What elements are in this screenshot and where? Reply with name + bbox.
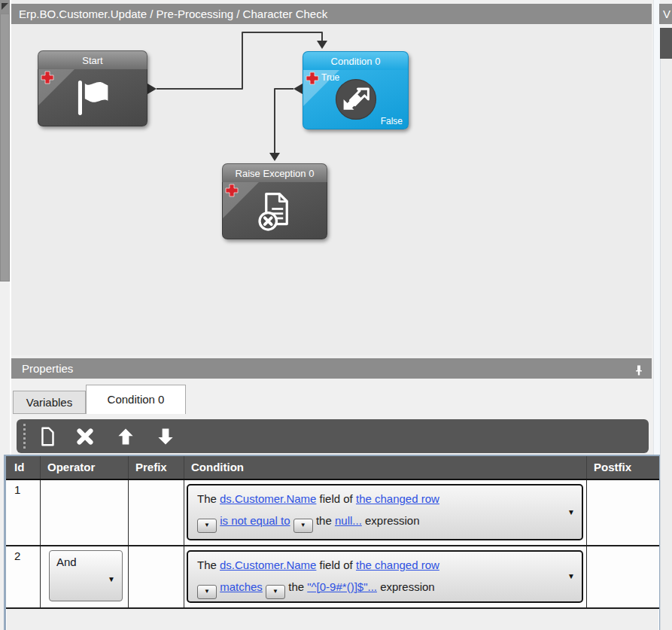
field-link[interactable]: ds.Customer.Name: [220, 492, 316, 505]
new-row-button[interactable]: [35, 424, 60, 449]
move-down-button[interactable]: [153, 424, 178, 449]
changed-row-link[interactable]: the changed row: [356, 558, 439, 571]
workflow-breadcrumb-title: Erp.BO.Customer.Update / Pre-Processing …: [11, 4, 652, 24]
comparison-operator-link[interactable]: is not equal to: [220, 514, 290, 527]
value-link[interactable]: null...: [335, 514, 362, 527]
right-panel-toolbar-edge: [660, 28, 672, 59]
operator-picker-button[interactable]: ▼: [197, 519, 217, 533]
false-branch-label: False: [381, 116, 403, 126]
tab-condition-0[interactable]: Condition 0: [86, 385, 186, 414]
header-condition[interactable]: Condition: [184, 456, 587, 479]
static-text: field of: [320, 558, 353, 571]
right-panel-title: V: [659, 4, 672, 24]
postfix-cell: [587, 546, 659, 607]
tab-variables[interactable]: Variables: [13, 391, 86, 414]
toolbar-grip-handle[interactable]: [23, 424, 26, 449]
static-text: the: [288, 580, 304, 593]
caret-down-icon: ▼: [300, 522, 306, 528]
postfix-cell: [587, 480, 659, 545]
properties-title: Properties: [22, 362, 73, 375]
operator-dropdown[interactable]: And ▼: [49, 550, 123, 601]
collapse-arrow-icon: [2, 3, 8, 10]
operator-picker-button[interactable]: ▼: [197, 585, 217, 599]
arrow-up-icon: [115, 426, 136, 447]
grid-header-row: Id Operator Prefix Condition Postfix: [6, 456, 659, 480]
caret-down-icon: ▼: [567, 508, 575, 516]
static-text: expression: [380, 580, 435, 593]
operator-cell: [41, 480, 129, 545]
static-text: the: [316, 514, 332, 527]
caret-down-icon: ▼: [204, 588, 210, 595]
workflow-canvas[interactable]: Start Condition 0: [11, 24, 652, 355]
node-start-title: Start: [38, 50, 147, 69]
caret-down-icon: ▼: [272, 588, 278, 595]
bpm-designer-window: Erp.BO.Customer.Update / Pre-Processing …: [0, 0, 672, 630]
node-condition-title: Condition 0: [303, 51, 409, 70]
condition-expression-editor[interactable]: The ds.Customer.Name field of the change…: [187, 484, 583, 540]
changed-row-link[interactable]: the changed row: [356, 492, 439, 505]
header-operator[interactable]: Operator: [41, 456, 129, 479]
static-text: field of: [320, 492, 353, 505]
caret-down-icon: ▼: [108, 575, 115, 583]
left-scrollbar-thumb[interactable]: [0, 14, 10, 282]
node-condition[interactable]: Condition 0 True False: [303, 51, 409, 129]
value-picker-button[interactable]: ▼: [266, 585, 285, 599]
condition-row: 2 And ▼ The ds.Customer.Name fi: [6, 546, 659, 609]
move-up-button[interactable]: [113, 424, 138, 449]
header-postfix[interactable]: Postfix: [587, 456, 659, 479]
caret-down-icon: ▼: [204, 522, 210, 528]
node-raise-exception[interactable]: Raise Exception 0: [222, 163, 327, 239]
right-panel-body: [660, 59, 672, 630]
collapse-arrow-button[interactable]: [0, 0, 10, 14]
comparison-operator-link[interactable]: matches: [220, 580, 263, 593]
operator-value: And: [56, 555, 77, 568]
regex-value-link[interactable]: "^[0-9#*()]$"...: [307, 580, 377, 593]
flag-icon: [38, 69, 147, 126]
value-picker-button[interactable]: ▼: [293, 519, 313, 533]
properties-panel-header: Properties: [11, 358, 652, 379]
delete-x-icon: [74, 425, 96, 448]
condition-expression-editor[interactable]: The ds.Customer.Name field of the change…: [187, 550, 583, 603]
node-start[interactable]: Start: [38, 50, 147, 126]
exception-document-icon: [223, 182, 327, 239]
condition-grid: Id Operator Prefix Condition Postfix 1 T…: [4, 455, 661, 630]
static-text: expression: [365, 514, 420, 527]
prefix-cell: [129, 546, 184, 607]
condition-row: 1 The ds.Customer.Name field of the chan…: [6, 480, 659, 546]
row-id: 1: [6, 480, 40, 496]
prefix-cell: [129, 480, 184, 545]
caret-down-icon: ▼: [567, 572, 575, 580]
pin-icon[interactable]: [633, 362, 645, 374]
condition-toolbar: [17, 419, 649, 453]
delete-row-button[interactable]: [72, 424, 98, 449]
new-document-icon: [36, 425, 59, 448]
header-prefix[interactable]: Prefix: [129, 456, 184, 479]
row-id: 2: [6, 546, 40, 562]
field-link[interactable]: ds.Customer.Name: [220, 558, 316, 571]
static-text: The: [197, 492, 217, 505]
header-id[interactable]: Id: [6, 456, 41, 479]
arrow-down-icon: [155, 426, 176, 447]
right-collapsed-panel: V: [659, 0, 672, 630]
node-raise-exception-title: Raise Exception 0: [222, 163, 327, 182]
static-text: The: [197, 558, 217, 571]
